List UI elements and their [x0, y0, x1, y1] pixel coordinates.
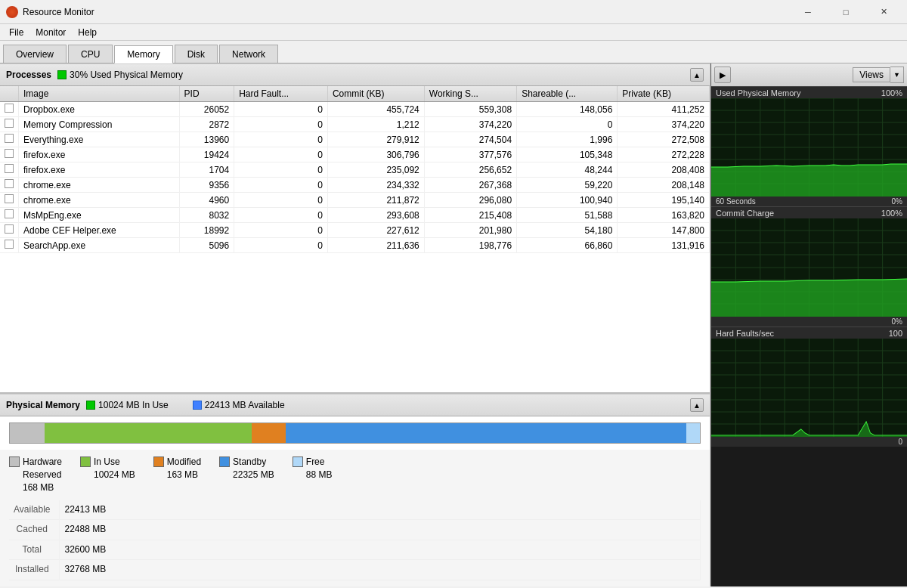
- legend-value-free: 88 MB: [306, 469, 333, 481]
- table-row[interactable]: firefox.exe 1704 0 235,092 256,652 48,24…: [0, 162, 710, 178]
- legend-reserved: Hardware Reserved 168 MB: [9, 456, 62, 494]
- col-pid[interactable]: PID: [179, 86, 234, 102]
- bar-standby: [286, 423, 686, 443]
- row-image: firefox.exe: [19, 162, 180, 178]
- col-working[interactable]: Working S...: [424, 86, 516, 102]
- col-shareable[interactable]: Shareable (...: [517, 86, 618, 102]
- row-commit: 211,636: [327, 238, 424, 253]
- row-commit: 293,608: [327, 208, 424, 223]
- table-row[interactable]: Everything.exe 13960 0 279,912 274,504 1…: [0, 132, 710, 147]
- row-checkbox[interactable]: [0, 102, 19, 117]
- legend-color-modified: [153, 456, 164, 467]
- tab-memory[interactable]: Memory: [114, 45, 172, 63]
- bar-free: [686, 423, 700, 443]
- graph-used-physical-bottom: 60 Seconds 0%: [711, 197, 907, 206]
- row-hardfault: 0: [234, 238, 328, 253]
- graph-used-physical-seconds: 60 Seconds: [716, 197, 756, 206]
- table-row[interactable]: chrome.exe 9356 0 234,332 267,368 59,220…: [0, 178, 710, 193]
- app-icon: [6, 6, 18, 18]
- legend-color-free: [293, 456, 303, 467]
- graph-commit-bottom: 0%: [711, 317, 907, 326]
- col-private[interactable]: Private (KB): [618, 86, 710, 102]
- tab-network[interactable]: Network: [219, 45, 278, 63]
- table-row[interactable]: Adobe CEF Helper.exe 18992 0 227,612 201…: [0, 223, 710, 238]
- views-dropdown-arrow[interactable]: ▼: [890, 67, 904, 83]
- row-checkbox[interactable]: [0, 178, 19, 193]
- memory-bar: [9, 422, 701, 444]
- tab-overview[interactable]: Overview: [3, 45, 67, 63]
- row-pid: 5096: [179, 238, 234, 253]
- maximize-button[interactable]: □: [828, 1, 863, 23]
- available-label: 22413 MB Available: [205, 400, 285, 410]
- col-commit[interactable]: Commit (KB): [327, 86, 424, 102]
- table-row[interactable]: firefox.exe 19424 0 306,796 377,576 105,…: [0, 147, 710, 162]
- menu-help[interactable]: Help: [72, 26, 103, 39]
- graph-used-physical-svg: [711, 98, 907, 197]
- expand-button[interactable]: ▶: [714, 67, 731, 83]
- right-panel-header: ▶ Views ▼: [711, 63, 907, 86]
- col-image[interactable]: Image: [19, 86, 180, 102]
- processes-summary-text: 30% Used Physical Memory: [70, 70, 183, 80]
- inuse-indicator: [86, 401, 95, 410]
- stat-value-installed: 32768 MB: [60, 560, 701, 580]
- table-row[interactable]: chrome.exe 4960 0 211,872 296,080 100,94…: [0, 193, 710, 208]
- table-row[interactable]: Dropbox.exe 26052 0 455,724 559,308 148,…: [0, 102, 710, 117]
- views-label: Views: [859, 70, 884, 80]
- menubar: File Monitor Help: [0, 24, 907, 41]
- processes-table-wrapper[interactable]: Image PID Hard Fault... Commit (KB) Work…: [0, 86, 710, 392]
- graph-used-physical-bottom-pct: 0%: [892, 197, 902, 206]
- menu-file[interactable]: File: [3, 26, 29, 39]
- graph-hardfaults-header: Hard Faults/sec 100: [711, 326, 907, 339]
- physical-memory-collapse-btn[interactable]: ▲: [690, 398, 704, 412]
- row-pid: 19424: [179, 147, 234, 162]
- col-hardfault[interactable]: Hard Fault...: [234, 86, 328, 102]
- row-private: 208,148: [618, 178, 710, 193]
- row-checkbox[interactable]: [0, 208, 19, 223]
- row-pid: 2872: [179, 117, 234, 132]
- row-commit: 227,612: [327, 223, 424, 238]
- legend-standby: Standby 22325 MB: [219, 456, 274, 494]
- tab-disk[interactable]: Disk: [175, 45, 218, 63]
- row-checkbox[interactable]: [0, 147, 19, 162]
- table-row[interactable]: SearchApp.exe 5096 0 211,636 198,776 66,…: [0, 238, 710, 253]
- row-checkbox[interactable]: [0, 238, 19, 253]
- row-hardfault: 0: [234, 178, 328, 193]
- row-working: 559,308: [424, 102, 516, 117]
- graph-hardfaults-bottom: 0: [898, 438, 902, 446]
- row-checkbox[interactable]: [0, 162, 19, 178]
- legend-label-reserved2: Reserved: [23, 469, 62, 481]
- row-private: 163,820: [618, 208, 710, 223]
- graph-commit-canvas: [711, 218, 907, 317]
- menu-monitor[interactable]: Monitor: [29, 26, 72, 39]
- row-private: 208,408: [618, 162, 710, 178]
- bar-inuse: [45, 423, 252, 443]
- row-private: 147,800: [618, 223, 710, 238]
- row-commit: 234,332: [327, 178, 424, 193]
- row-checkbox[interactable]: [0, 117, 19, 132]
- graph-used-physical-canvas: [711, 98, 907, 197]
- row-image: SearchApp.exe: [19, 238, 180, 253]
- processes-title: Processes: [6, 70, 51, 80]
- views-button[interactable]: Views: [853, 67, 890, 82]
- row-working: 256,652: [424, 162, 516, 178]
- row-checkbox[interactable]: [0, 193, 19, 208]
- window-controls: ─ □ ✕: [791, 1, 901, 23]
- tab-cpu[interactable]: CPU: [68, 45, 113, 63]
- legend-value-reserved: 168 MB: [23, 481, 62, 494]
- row-shareable: 48,244: [517, 162, 618, 178]
- legend-label-reserved: Hardware: [23, 456, 62, 469]
- inuse-label: 10024 MB In Use: [98, 400, 169, 410]
- row-checkbox[interactable]: [0, 132, 19, 147]
- svg-marker-16: [711, 164, 907, 197]
- row-checkbox[interactable]: [0, 223, 19, 238]
- row-pid: 8032: [179, 208, 234, 223]
- graph-hardfaults-canvas: [711, 339, 907, 437]
- graph-hardfaults: Hard Faults/sec 100: [711, 326, 907, 447]
- minimize-button[interactable]: ─: [791, 1, 825, 23]
- views-control: Views ▼: [853, 67, 904, 83]
- legend-modified: Modified 163 MB: [153, 456, 201, 494]
- table-row[interactable]: MsMpEng.exe 8032 0 293,608 215,408 51,58…: [0, 208, 710, 223]
- close-button[interactable]: ✕: [866, 1, 901, 23]
- table-row[interactable]: Memory Compression 2872 0 1,212 374,220 …: [0, 117, 710, 132]
- processes-collapse-btn[interactable]: ▲: [690, 68, 704, 82]
